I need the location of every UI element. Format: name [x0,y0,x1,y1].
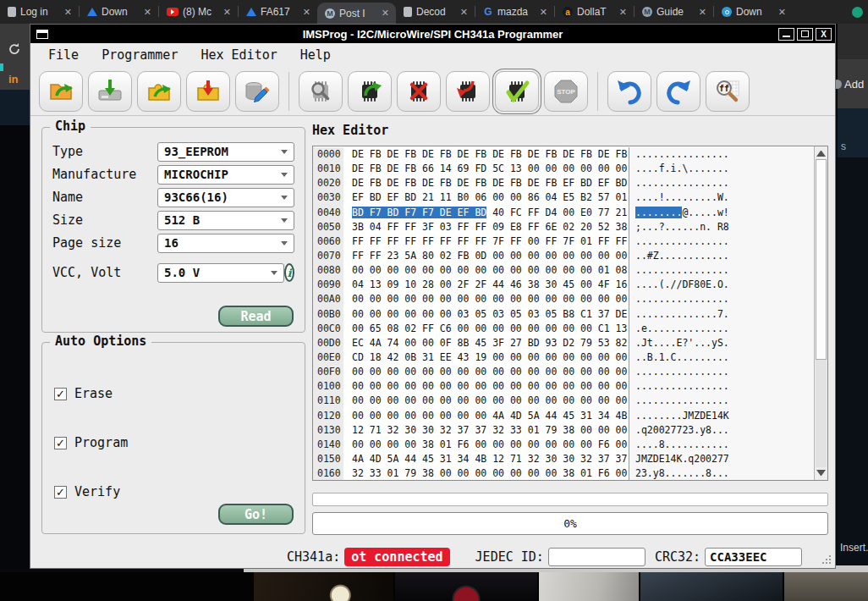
hex-row[interactable]: 014000 00 00 00 38 01 F6 00 00 00 00 00 … [313,438,814,452]
tab-close-icon[interactable]: ✕ [776,7,788,18]
program-checkbox[interactable]: ✓ [54,437,67,449]
hex-row[interactable]: 0000DE FB DE FB DE FB DE FB DE FB DE FB … [313,147,814,162]
hex-bytes[interactable]: 12 71 32 30 30 32 37 37 32 33 01 79 38 0… [343,423,629,438]
menu-programmer[interactable]: Programmer [102,47,178,63]
hex-ascii[interactable]: ..#Z............ [629,249,814,263]
hex-bytes[interactable]: FF FF 23 5A 80 02 FB 0D 00 00 00 00 00 0… [343,249,629,263]
hex-row[interactable]: 0040BD F7 BD F7 F7 DE EF BD 40 FC FF D4 … [313,206,814,220]
auto-option-program[interactable]: ✓Program [54,435,128,450]
hex-row[interactable]: 0010DE FB DE FB 66 14 69 FD 5C 13 00 00 … [313,162,814,176]
tab-close-icon[interactable]: ✕ [617,7,629,18]
browser-tab-8-mc[interactable]: (8) Mc✕ [159,0,238,24]
hex-ascii[interactable]: ....8........... [629,438,814,452]
hex-ascii[interactable]: ................ [629,394,814,408]
hex-scrollbar[interactable] [814,146,827,480]
erase-chip-button[interactable] [397,71,441,112]
minimize-button[interactable] [778,28,794,41]
hex-bytes[interactable]: 00 00 00 00 00 00 00 00 00 00 00 00 00 0… [343,379,629,394]
hex-ascii[interactable]: 23.y8.......8... [629,466,814,481]
hex-ascii[interactable]: ....!.........W. [629,190,814,205]
hex-bytes[interactable]: 00 65 08 02 FF C6 00 00 00 00 00 00 00 0… [343,322,629,336]
read-chip-button[interactable] [348,71,392,112]
auto-option-verify[interactable]: ✓Verify [54,484,120,499]
hex-bytes[interactable]: 00 00 00 00 00 00 00 00 00 00 00 00 00 0… [343,394,629,408]
hex-row[interactable]: 0060FF FF FF FF FF FF FF FF 7F FF 00 FF … [313,234,814,249]
hex-row[interactable]: 00F000 00 00 00 00 00 00 00 00 00 00 00 … [313,365,814,379]
hex-row[interactable]: 00D0EC 4A 74 00 00 0F 8B 45 3F 27 BD 93 … [313,336,814,350]
browser-tab-guide[interactable]: MGuide✕ [635,0,713,24]
edit-buffer-button[interactable] [235,71,279,112]
erase-checkbox[interactable]: ✓ [54,388,67,400]
vcc-info-button[interactable]: i [284,263,294,282]
hex-ascii[interactable]: ....f.i.\....... [629,162,814,176]
open-file-button[interactable] [39,71,83,112]
hex-row[interactable]: 011000 00 00 00 00 00 00 00 00 00 00 00 … [313,394,814,408]
reload-icon[interactable] [8,42,21,56]
tab-close-icon[interactable]: ✕ [62,7,74,18]
chip-vcc-select[interactable]: 5.0 V [157,263,284,283]
hex-ascii[interactable]: .Jt....E?'...yS. [629,336,814,350]
tab-close-icon[interactable]: ✕ [458,7,470,18]
close-button[interactable]: X [816,28,832,41]
hex-row[interactable]: 0020DE FB DE FB DE FB DE FB DE FB DE FB … [313,176,814,190]
hex-row[interactable]: 0070FF FF 23 5A 80 02 FB 0D 00 00 00 00 … [313,249,814,263]
browser-tab-log-in[interactable]: Log in✕ [0,0,79,24]
browser-tab-mazda[interactable]: Gmazda✕ [475,0,554,24]
hex-ascii[interactable]: ................ [629,263,814,278]
menu-file[interactable]: File [48,47,79,63]
tab-close-icon[interactable]: ✕ [221,7,233,18]
save-part-button[interactable] [186,71,230,112]
browser-tab-fa617[interactable]: FA617✕ [239,0,317,24]
hex-row[interactable]: 016032 33 01 79 38 00 00 00 00 00 00 00 … [313,466,814,481]
hex-row[interactable]: 013012 71 32 30 30 32 37 37 32 33 01 79 … [313,423,814,438]
undo-button[interactable] [607,71,651,112]
add-button-partial[interactable]: Add [838,59,868,108]
hex-ascii[interactable]: ................ [629,365,814,379]
chip-manufacture-select[interactable]: MICROCHIP [157,165,294,185]
read-button[interactable]: Read [218,306,294,327]
chip-size-select[interactable]: 512 B [157,211,294,230]
hex-selection[interactable]: BD F7 BD F7 F7 DE EF BD [352,207,486,218]
chip-type-select[interactable]: 93_EEPROM [157,142,294,162]
hex-ascii[interactable]: ........@.....w! [629,206,814,220]
hex-row[interactable]: 01504A 4D 5A 44 45 31 34 4B 12 71 32 30 … [313,452,814,466]
detect-chip-button[interactable] [299,71,343,112]
hex-bytes[interactable]: 04 13 09 10 28 00 2F 2F 44 46 38 30 45 0… [343,278,629,292]
hex-row[interactable]: 010000 00 00 00 00 00 00 00 00 00 00 00 … [313,379,814,394]
hex-bytes[interactable]: DE FB DE FB DE FB DE FB DE FB DE FB EF B… [343,176,629,190]
scroll-up-icon[interactable] [816,151,826,157]
browser-tab-down[interactable]: Down✕ [80,0,158,24]
hex-bytes[interactable]: 00 00 00 00 38 01 F6 00 00 00 00 00 00 0… [343,438,629,452]
menu-help[interactable]: Help [300,47,331,63]
find-button[interactable]: ff [706,71,750,112]
hex-row[interactable]: 00503B 04 FF FF 3F 03 FF FF 09 E8 FF 6E … [313,220,814,234]
save-file-button[interactable] [88,71,132,112]
chip-page-size-select[interactable]: 16 [157,234,294,253]
hex-ascii[interactable]: ................ [629,292,814,306]
hex-bytes[interactable]: CD 18 42 0B 31 EE 43 19 00 00 00 00 00 0… [343,350,629,365]
open-part-button[interactable] [137,71,181,112]
browser-tab-dollat[interactable]: aDollaT✕ [555,0,634,24]
hex-bytes[interactable]: EC 4A 74 00 00 0F 8B 45 3F 27 BD 93 D2 7… [343,336,629,350]
hex-bytes[interactable]: 00 00 00 00 00 00 00 00 00 00 00 00 00 0… [343,263,629,278]
hex-bytes[interactable]: 32 33 01 79 38 00 00 00 00 00 00 00 38 0… [343,466,629,481]
write-chip-button[interactable] [446,71,490,112]
hex-bytes[interactable]: 3B 04 FF FF 3F 03 FF FF 09 E8 FF 6E 02 2… [343,220,629,234]
hex-ascii[interactable]: ................ [629,234,814,249]
browser-tab-post-i[interactable]: MPost I✕ [317,3,396,24]
hex-ascii[interactable]: ................ [629,176,814,190]
auto-option-erase[interactable]: ✓Erase [54,386,113,401]
scrollbar-track[interactable] [816,360,827,467]
hex-ascii[interactable]: ..B.1.C......... [629,350,814,365]
hex-ascii[interactable]: ..............7. [629,307,814,322]
tab-close-icon[interactable]: ✕ [696,7,709,18]
hex-ascii[interactable]: ;...?......n. R8 [629,220,814,234]
hex-ascii[interactable]: .e.............. [629,322,814,336]
tab-close-icon[interactable]: ✕ [537,7,550,18]
go-button[interactable]: Go! [218,504,294,525]
verify-checkbox[interactable]: ✓ [54,486,67,499]
hex-ascii[interactable]: ....(.//DF80E.O. [629,278,814,292]
hex-row[interactable]: 00B000 00 00 00 00 00 03 05 03 05 03 05 … [313,307,814,322]
window-title-bar[interactable]: IMSProg - I2C/MicroWire/SPI CH341a Progr… [30,25,835,43]
hex-bytes[interactable]: EF BD EF BD 21 11 B0 06 00 00 86 04 E5 B… [343,190,629,205]
